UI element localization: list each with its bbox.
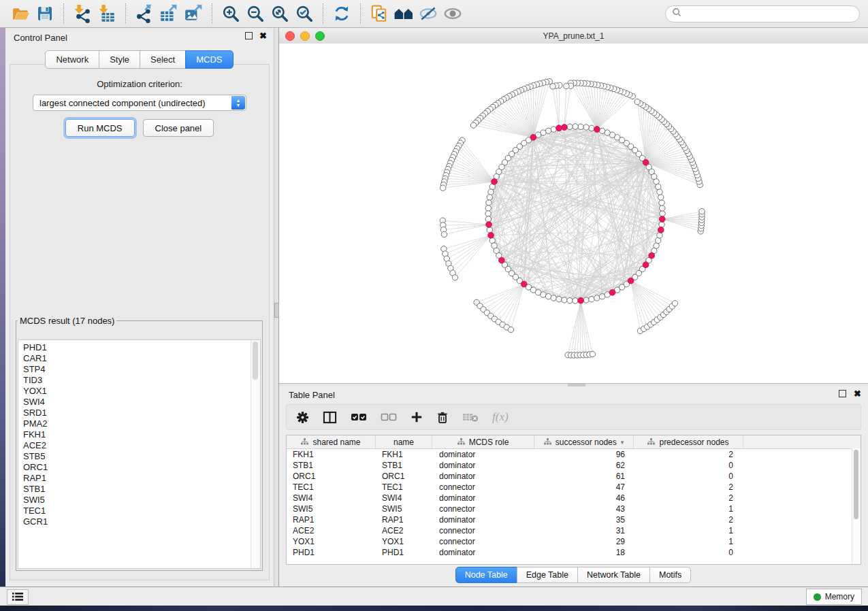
mcds-result-item[interactable]: SWI4 [18,397,260,408]
mcds-result-item[interactable]: YOX1 [18,386,260,397]
node-table-header: shared name name MCDS role successor nod… [287,435,861,449]
column-layout-icon[interactable] [323,411,337,424]
table-row[interactable]: SWI5SWI5connector431 [287,503,861,514]
first-neighbors-button[interactable] [391,2,416,25]
mcds-result-item[interactable]: STB1 [18,484,260,495]
mcds-result-item[interactable]: SWI5 [18,495,260,506]
mcds-result-item[interactable]: STP4 [18,364,260,375]
search-icon [672,7,681,20]
zoom-fit-button[interactable] [268,2,292,25]
mcds-result-item[interactable]: FKH1 [18,429,260,440]
column-header-successor-nodes[interactable]: successor nodes▾ [534,435,634,448]
export-image-button[interactable] [181,2,206,25]
mcds-result-item[interactable]: RAP1 [18,473,260,484]
mcds-result-item[interactable]: ACE2 [18,440,260,451]
mcds-result-item[interactable]: STB5 [18,451,260,462]
search-box[interactable] [665,5,860,22]
table-scrollbar[interactable] [852,448,861,564]
table-row[interactable]: FKH1FKH1dominator962 [287,449,861,460]
column-header-name[interactable]: name [376,435,432,448]
network-view-window: YPA_prune.txt_1 [279,28,868,383]
optimization-criterion-select[interactable]: largest connected component (undirected)… [33,95,246,111]
mcds-result-item[interactable]: PHD1 [18,342,260,353]
desktop-background-left [0,28,5,587]
tab-style[interactable]: Style [99,50,140,69]
mcds-result-items: PHD1CAR1STP4TID3YOX1SWI4SRD1PMA2FKH1ACE2… [18,342,260,527]
task-list-icon [12,591,23,604]
zoom-out-button[interactable] [243,2,268,25]
eye-icon [443,4,463,23]
table-panel-titlebar: Table Panel ✖ [279,386,868,401]
hide-selected-button[interactable] [416,2,440,25]
show-all-button[interactable] [440,2,465,25]
float-panel-icon[interactable] [245,32,253,39]
refresh-view-button[interactable] [329,2,354,25]
mcds-result-item[interactable]: TEC1 [18,506,260,516]
settings-gear-icon[interactable] [296,411,309,424]
task-history-button[interactable] [7,589,29,605]
close-panel-icon[interactable]: ✖ [259,32,267,39]
zoom-out-icon [246,4,265,23]
close-table-panel-icon[interactable]: ✖ [854,390,861,397]
toolbar-separator [360,3,361,24]
export-network-icon [135,4,154,23]
mcds-result-item[interactable]: SRD1 [18,408,260,418]
table-row[interactable]: TEC1TEC1connector472 [287,482,861,493]
tab-motifs[interactable]: Motifs [649,567,691,583]
mcds-result-item[interactable]: PMA2 [18,418,260,429]
export-network-button[interactable] [132,2,157,25]
zoom-in-button[interactable] [219,2,243,25]
mcds-list-scrollbar[interactable] [251,340,260,568]
memory-button[interactable]: Memory [806,589,862,605]
table-row[interactable]: PHD1PHD1dominator180 [287,547,861,558]
node-table: shared name name MCDS role successor nod… [286,435,861,565]
copy-network-button[interactable] [367,2,391,25]
tab-network[interactable]: Network [45,50,99,69]
export-table-button[interactable] [157,2,181,25]
column-header-shared-name[interactable]: shared name [287,435,376,448]
table-row[interactable]: ORC1ORC1dominator610 [287,471,861,482]
vertical-splitter-handle[interactable] [274,303,279,318]
tab-node-table[interactable]: Node Table [455,567,517,583]
mcds-result-list[interactable]: PHD1CAR1STP4TID3YOX1SWI4SRD1PMA2FKH1ACE2… [18,340,261,569]
import-table-button[interactable] [95,2,119,25]
group-tree-icon [647,437,655,447]
network-canvas[interactable] [279,44,868,383]
mcds-result-item[interactable]: ORC1 [18,462,260,473]
table-row[interactable]: STB1STB1dominator620 [287,460,861,471]
table-row[interactable]: ACE2ACE2connector311 [287,525,861,536]
search-input[interactable] [685,8,853,19]
table-panel-tabs: Node TableEdge TableNetwork TableMotifs [279,567,868,583]
table-row[interactable]: SWI4SWI4dominator462 [287,493,861,503]
close-panel-button[interactable]: Close panel [143,119,214,137]
run-mcds-button[interactable]: Run MCDS [65,119,135,137]
delete-column-icon[interactable] [436,411,449,424]
function-builder-icon: f(x) [492,410,509,424]
copy-network-icon [370,4,389,23]
select-all-icon[interactable] [351,412,367,422]
mcds-scrollbar-thumb[interactable] [253,342,258,380]
column-header-predecessor-nodes[interactable]: predecessor nodes [634,435,743,448]
open-session-button[interactable] [8,2,33,25]
tab-network-table[interactable]: Network Table [577,567,650,583]
add-column-icon[interactable] [411,411,423,423]
float-table-panel-icon[interactable] [839,390,846,397]
column-header-mcds-role[interactable]: MCDS role [432,435,534,448]
table-scrollbar-thumb[interactable] [854,450,858,519]
vertical-splitter[interactable] [274,28,279,587]
import-network-button[interactable] [70,2,95,25]
deselect-all-icon[interactable] [381,412,397,422]
tab-edge-table[interactable]: Edge Table [517,567,578,583]
mcds-result-groupbox: MCDS result (17 nodes) PHD1CAR1STP4TID3Y… [16,316,263,571]
toolbar-separator [323,3,323,24]
mcds-result-item[interactable]: TID3 [18,375,260,386]
save-session-button[interactable] [33,2,57,25]
tab-mcds[interactable]: MCDS [185,50,233,69]
zoom-selected-button[interactable] [292,2,317,25]
network-window-titlebar[interactable]: YPA_prune.txt_1 [279,28,868,44]
mcds-result-item[interactable]: GCR1 [18,516,260,527]
mcds-result-item[interactable]: CAR1 [18,353,260,364]
table-row[interactable]: RAP1RAP1dominator352 [287,514,861,525]
tab-select[interactable]: Select [140,50,186,69]
table-row[interactable]: YOX1YOX1connector291 [287,536,861,547]
